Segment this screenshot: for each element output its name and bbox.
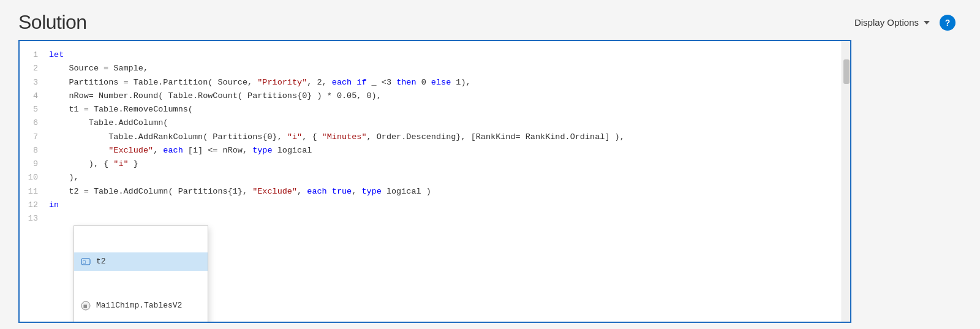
line-num: 8 <box>26 144 38 157</box>
line-num: 10 <box>26 171 38 184</box>
code-line: Table.AddRankColumn( Partitions{0}, "i",… <box>49 130 834 144</box>
page-title: Solution <box>18 11 87 34</box>
svg-text:▦: ▦ <box>83 304 88 308</box>
scrollbar-thumb[interactable] <box>843 59 850 84</box>
editor-panel: 1 2 3 4 5 6 7 8 9 10 11 12 13 let Source… <box>18 40 851 323</box>
line-num: 1 <box>26 48 38 62</box>
code-line: let <box>49 48 834 62</box>
svg-text:□: □ <box>83 259 86 265</box>
code-line: nRow= Number.Round( Table.RowCount( Part… <box>49 89 834 103</box>
code-line: ), { "i" } <box>49 157 834 171</box>
autocomplete-label-mailchimp: MailChimp.TablesV2 <box>96 299 182 312</box>
code-line: ), <box>49 171 834 184</box>
code-line: t1 = Table.RemoveColumns( <box>49 103 834 116</box>
header: Solution Display Options ? <box>0 0 980 40</box>
line-numbers: 1 2 3 4 5 6 7 8 9 10 11 12 13 <box>20 41 44 322</box>
code-line: Table.AddColumn( <box>49 116 834 130</box>
line-num: 12 <box>26 199 38 212</box>
code-area[interactable]: let Source = Sample, Partitions = Table.… <box>44 41 842 322</box>
line-num: 11 <box>26 185 38 199</box>
code-line: t2 = Table.AddColumn( Partitions{1}, "Ex… <box>49 185 834 199</box>
page-wrapper: Solution Display Options ? 1 2 3 4 5 6 7… <box>0 0 980 329</box>
display-options-button[interactable]: Display Options <box>851 15 933 30</box>
line-num: 7 <box>26 130 38 144</box>
code-line: "Exclude", each [i] <= nRow, type logica… <box>49 144 834 157</box>
code-line: Partitions = Table.Partition( Source, "P… <box>49 76 834 89</box>
autocomplete-label-t2: t2 <box>96 255 106 268</box>
code-line: Source = Sample, <box>49 62 834 75</box>
line-num: 4 <box>26 89 38 103</box>
table-icon: ▦ <box>80 300 91 311</box>
header-right: Display Options ? <box>851 15 956 31</box>
help-icon[interactable]: ? <box>940 15 956 31</box>
right-panel <box>851 40 962 323</box>
chevron-down-icon <box>924 21 930 25</box>
autocomplete-item-mailchimp[interactable]: ▦ MailChimp.TablesV2 <box>74 297 208 314</box>
code-line-with-autocomplete: t2 □ t2 <box>49 212 834 280</box>
code-line: in <box>49 199 834 212</box>
line-num: 6 <box>26 116 38 130</box>
line-num: 13 <box>26 212 38 225</box>
line-num: 2 <box>26 62 38 75</box>
autocomplete-item-t2[interactable]: □ t2 <box>74 252 208 270</box>
line-num: 9 <box>26 157 38 171</box>
display-options-label: Display Options <box>854 17 919 28</box>
variable-icon: □ <box>80 256 91 267</box>
main-content: 1 2 3 4 5 6 7 8 9 10 11 12 13 let Source… <box>0 40 980 329</box>
autocomplete-dropdown[interactable]: □ t2 ▦ MailCh <box>74 225 208 322</box>
editor-scrollbar[interactable] <box>842 41 850 322</box>
line-num: 3 <box>26 76 38 89</box>
line-num: 5 <box>26 103 38 116</box>
